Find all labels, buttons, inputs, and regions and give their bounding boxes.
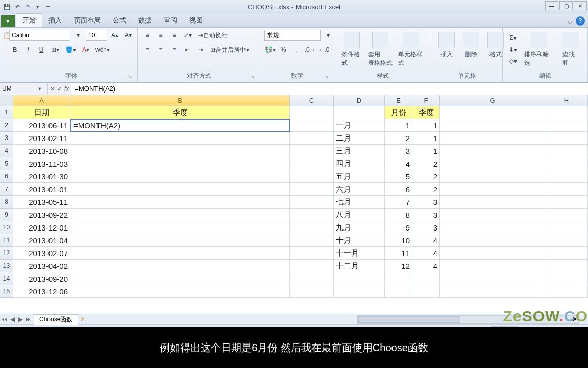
cell[interactable] — [545, 196, 588, 209]
sort-filter-button[interactable]: 排序和筛选 — [521, 30, 557, 70]
cell[interactable] — [290, 157, 334, 170]
cell[interactable]: 10 — [385, 234, 412, 247]
font-name-dropdown-icon[interactable]: ▾ — [72, 30, 84, 41]
cell[interactable] — [440, 221, 545, 234]
cell[interactable] — [334, 272, 385, 285]
cell[interactable]: 二月 — [334, 132, 385, 145]
cell[interactable] — [70, 272, 290, 285]
cell[interactable] — [440, 132, 545, 145]
cell[interactable]: 日期 — [13, 106, 70, 119]
col-header-A[interactable]: A — [13, 95, 70, 106]
cell[interactable]: 十二月 — [334, 260, 385, 272]
cell[interactable] — [440, 209, 545, 221]
cell[interactable]: 四月 — [334, 157, 385, 170]
name-box-input[interactable] — [0, 85, 36, 93]
sheet-nav-last-icon[interactable]: ⏭ — [24, 316, 33, 323]
enter-formula-icon[interactable]: ✓ — [57, 85, 62, 93]
col-header-C[interactable]: C — [290, 95, 334, 106]
cell[interactable] — [290, 221, 334, 234]
cell[interactable] — [290, 106, 334, 119]
row-header[interactable]: 7 — [0, 183, 13, 196]
cell[interactable]: 十月 — [334, 234, 385, 247]
cell[interactable]: 2013-04-02 — [13, 260, 70, 272]
tab-review[interactable]: 审阅 — [158, 14, 183, 27]
row-header[interactable]: 10 — [0, 221, 13, 234]
cell[interactable] — [545, 209, 588, 221]
cell[interactable] — [440, 145, 545, 157]
orientation-icon[interactable]: ⤢▾ — [182, 30, 194, 41]
font-name-select[interactable] — [9, 30, 70, 41]
wrap-text-button[interactable]: ⇥ 自动换行 — [196, 30, 230, 41]
conditional-format-button[interactable]: 条件格式 — [338, 30, 365, 70]
cell[interactable] — [70, 145, 290, 157]
row-header[interactable]: 13 — [0, 260, 13, 272]
cell[interactable] — [385, 272, 412, 285]
decrease-indent-icon[interactable]: ⇤ — [182, 44, 193, 55]
cell[interactable] — [70, 132, 290, 145]
formula-input[interactable] — [71, 83, 588, 95]
align-launcher-icon[interactable]: ↘ — [250, 74, 256, 80]
scroll-thumb[interactable] — [358, 316, 460, 323]
cell[interactable] — [70, 170, 290, 183]
cell[interactable]: 4 — [385, 157, 412, 170]
cell[interactable]: 2013-10-08 — [13, 145, 70, 157]
cell[interactable] — [412, 285, 440, 298]
cell[interactable]: =MONTH(A2) — [70, 119, 290, 132]
cell[interactable]: 一月 — [334, 119, 385, 132]
cell[interactable] — [440, 170, 545, 183]
fill-color-button[interactable]: 🪣▾ — [63, 44, 78, 55]
row-header[interactable]: 2 — [0, 119, 13, 132]
cell[interactable]: 9 — [385, 221, 412, 234]
cell[interactable]: 季度 — [70, 106, 290, 119]
cell[interactable]: 季度 — [412, 106, 440, 119]
row-header[interactable]: 3 — [0, 132, 13, 145]
cell[interactable] — [290, 247, 334, 260]
cell[interactable]: 十一月 — [334, 247, 385, 260]
row-header[interactable]: 15 — [0, 285, 13, 298]
cell[interactable]: 2 — [385, 132, 412, 145]
redo-icon[interactable]: ↷ — [23, 3, 32, 11]
cell[interactable]: 月份 — [385, 106, 412, 119]
cell[interactable]: 2013-11-03 — [13, 157, 70, 170]
align-right-icon[interactable]: ≡ — [168, 44, 180, 55]
align-left-icon[interactable]: ≡ — [142, 44, 153, 55]
row-header[interactable]: 12 — [0, 247, 13, 260]
cell[interactable] — [545, 145, 588, 157]
cell[interactable] — [290, 145, 334, 157]
cell[interactable]: 2013-01-01 — [13, 183, 70, 196]
number-format-select[interactable] — [264, 30, 321, 41]
cell[interactable]: 5 — [385, 170, 412, 183]
cell[interactable] — [70, 221, 290, 234]
cell[interactable]: 1 — [412, 119, 440, 132]
cell[interactable] — [290, 132, 334, 145]
tab-data[interactable]: 数据 — [132, 14, 158, 27]
cell[interactable]: 三月 — [334, 145, 385, 157]
cell[interactable] — [545, 157, 588, 170]
cell[interactable] — [545, 221, 588, 234]
row-header[interactable]: 6 — [0, 170, 13, 183]
qat-dropdown-icon[interactable]: ▾ — [34, 3, 42, 11]
font-size-select[interactable] — [86, 30, 107, 41]
delete-cells-button[interactable]: 删除 — [460, 30, 482, 61]
cell[interactable] — [440, 234, 545, 247]
increase-font-icon[interactable]: A▴ — [109, 30, 120, 41]
cell[interactable] — [440, 260, 545, 272]
cell[interactable]: 2013-09-20 — [13, 272, 70, 285]
cell[interactable] — [545, 285, 588, 298]
number-format-dropdown-icon[interactable]: ▾ — [323, 30, 334, 41]
cell[interactable]: 2013-12-01 — [13, 221, 70, 234]
row-header[interactable]: 5 — [0, 157, 13, 170]
close-button[interactable]: ✕ — [574, 1, 587, 10]
minimize-button[interactable]: — — [545, 1, 558, 10]
cell[interactable] — [440, 157, 545, 170]
cell[interactable] — [440, 272, 545, 285]
cell[interactable] — [545, 170, 588, 183]
align-top-icon[interactable]: ≡ — [142, 30, 153, 41]
cell[interactable]: 3 — [385, 145, 412, 157]
col-header-H[interactable]: H — [545, 95, 588, 106]
find-select-button[interactable]: 查找和 — [559, 30, 583, 70]
italic-button[interactable]: I — [22, 44, 34, 55]
tab-insert[interactable]: 插入 — [42, 14, 68, 27]
fill-icon[interactable]: ⬇▾ — [507, 44, 519, 55]
cell[interactable] — [334, 285, 385, 298]
